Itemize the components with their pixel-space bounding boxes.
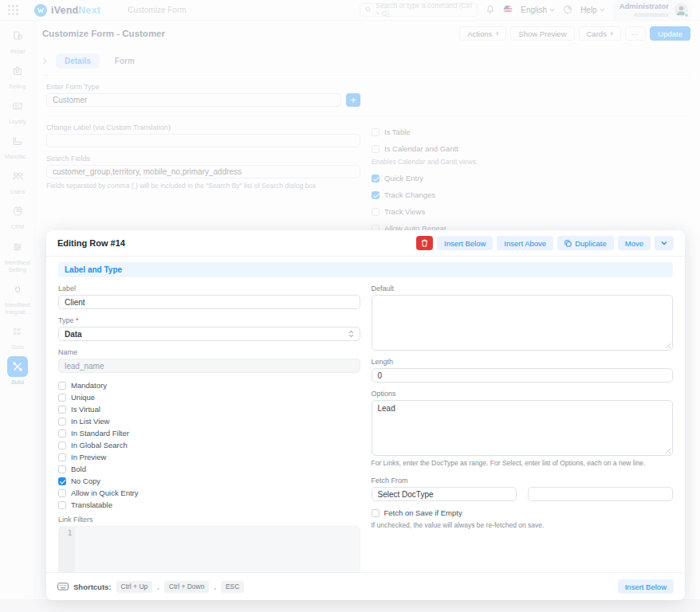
checkbox-icon	[58, 394, 66, 402]
name-input: lead_name	[58, 359, 360, 373]
checkbox-icon	[58, 501, 66, 509]
insert-below-footer-button[interactable]: Insert Below	[618, 579, 674, 594]
default-field: Default	[372, 284, 674, 351]
chevron-down-icon	[661, 241, 667, 245]
dialog-title: Editing Row #14	[57, 238, 125, 248]
trash-icon	[421, 239, 428, 247]
checkbox-in-list-view[interactable]: In List View	[58, 417, 360, 426]
shortcuts-label: Shortcuts:	[73, 583, 112, 591]
checkbox-in-standard-filter[interactable]: In Standard Filter	[58, 429, 360, 437]
editor-line-number: 1	[59, 527, 75, 572]
options-textarea[interactable]: Lead	[372, 400, 674, 456]
checkbox-in-global-search[interactable]: In Global Search	[58, 441, 360, 449]
checkbox-unique[interactable]: Unique	[58, 393, 360, 402]
label-input[interactable]: Client	[58, 295, 360, 309]
section-label-and-type: Label and Type	[58, 262, 673, 277]
checkbox-icon	[58, 477, 66, 485]
move-button[interactable]: Move	[618, 236, 651, 250]
length-input[interactable]: 0	[372, 368, 674, 382]
link-filters-field: Link Filters 1 This field will appear on…	[58, 516, 360, 572]
checkbox-bold[interactable]: Bold	[58, 465, 360, 473]
link-filters-code-editor[interactable]: 1	[58, 526, 360, 572]
kbd-esc: ESC	[221, 581, 244, 593]
kbd-ctrl-down: Ctrl + Down	[164, 581, 210, 593]
type-field: Type * Data	[58, 316, 360, 341]
checkbox-fetch-on-save[interactable]: Fetch on Save if Empty	[372, 508, 674, 517]
dialog-body: Label and Type Label Client Type * Data …	[46, 257, 685, 572]
options-field: Options Lead For Links, enter the DocTyp…	[372, 390, 674, 467]
delete-row-button[interactable]	[416, 236, 433, 250]
checkbox-translatable[interactable]: Translatable	[58, 500, 360, 509]
more-options-chevron-button[interactable]	[655, 236, 674, 250]
length-field: Length 0	[372, 358, 674, 382]
default-textarea[interactable]	[372, 295, 674, 351]
checkbox-icon	[58, 418, 66, 426]
checkbox-icon	[58, 465, 66, 473]
checkbox-mandatory[interactable]: Mandatory	[58, 381, 360, 390]
dialog-header: Editing Row #14 Insert Below Insert Abov…	[46, 230, 685, 257]
select-arrows-icon	[348, 330, 354, 338]
kbd-ctrl-up: Ctrl + Up	[116, 581, 153, 593]
fetch-from-field-input[interactable]	[528, 487, 673, 501]
checkbox-icon	[58, 382, 66, 390]
keyboard-icon	[57, 583, 69, 590]
checkbox-in-preview[interactable]: In Preview	[58, 453, 360, 461]
checkbox-icon	[58, 489, 66, 497]
dialog-footer: Shortcuts: Ctrl + Up , Ctrl + Down , ESC…	[46, 572, 685, 600]
editing-row-dialog: Editing Row #14 Insert Below Insert Abov…	[46, 230, 685, 600]
label-field: Label Client	[58, 284, 360, 309]
insert-above-header-button[interactable]: Insert Above	[497, 236, 553, 250]
options-help: For Links, enter the DocType as range. F…	[372, 459, 674, 467]
checkbox-no-copy[interactable]: No Copy	[58, 477, 360, 485]
fetch-help: If unchecked, the value will always be r…	[372, 521, 674, 529]
checkbox-icon	[58, 430, 66, 437]
checkbox-allow-in-quick-entry[interactable]: Allow in Quick Entry	[58, 488, 360, 497]
checkbox-is-virtual[interactable]: Is Virtual	[58, 405, 360, 414]
checkbox-icon	[58, 453, 66, 461]
duplicate-button[interactable]: Duplicate	[557, 236, 614, 250]
insert-below-header-button[interactable]: Insert Below	[437, 236, 493, 250]
type-select[interactable]: Data	[58, 327, 360, 341]
fetch-from-doctype-select[interactable]: Select DocType	[372, 487, 517, 501]
copy-icon	[564, 240, 572, 247]
field-property-checkboxes: Mandatory Unique Is Virtual In List View…	[58, 381, 360, 509]
checkbox-icon	[372, 509, 379, 517]
checkbox-icon	[58, 441, 66, 449]
name-field: Name lead_name	[58, 348, 360, 373]
checkbox-icon	[58, 406, 66, 414]
fetch-from-field: Fetch From Select DocType	[372, 477, 674, 501]
